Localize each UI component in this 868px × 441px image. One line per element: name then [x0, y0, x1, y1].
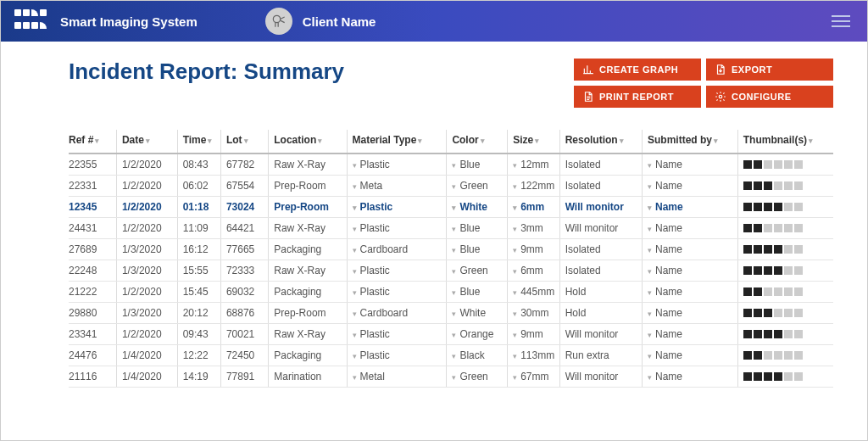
cell-material[interactable]: ▾Plastic: [347, 260, 447, 282]
print-report-button[interactable]: PRINT REPORT: [574, 86, 701, 108]
cell-location[interactable]: Raw X-Ray: [269, 218, 347, 239]
cell-location[interactable]: Prep-Room: [269, 303, 347, 324]
cell-size[interactable]: ▾12mm: [508, 154, 560, 176]
cell-color[interactable]: ▾Blue: [447, 282, 508, 303]
cell-color[interactable]: ▾Black: [447, 345, 508, 366]
cell-material[interactable]: ▾Metal: [347, 366, 447, 388]
cell-location[interactable]: Prep-Room: [269, 197, 347, 218]
cell-submitted[interactable]: ▾Name: [643, 282, 738, 303]
cell-resolution[interactable]: Will monitor: [559, 197, 642, 218]
cell-thumbs[interactable]: [737, 282, 833, 303]
col-color[interactable]: Color: [447, 130, 508, 154]
cell-material[interactable]: ▾Cardboard: [347, 239, 447, 260]
cell-resolution[interactable]: Isolated: [559, 260, 642, 282]
table-row[interactable]: 223311/2/202006:0267554Prep-Room▾Meta▾Gr…: [69, 176, 833, 197]
col-date[interactable]: Date: [116, 130, 177, 154]
cell-material[interactable]: ▾Plastic: [347, 154, 447, 176]
cell-material[interactable]: ▾Plastic: [347, 282, 447, 303]
table-row[interactable]: 244311/2/202011:0964421Raw X-Ray▾Plastic…: [69, 218, 833, 239]
cell-location[interactable]: Packaging: [269, 282, 347, 303]
cell-thumbs[interactable]: [737, 303, 833, 324]
cell-location[interactable]: Raw X-Ray: [269, 154, 347, 176]
col-size[interactable]: Size: [508, 130, 560, 154]
cell-thumbs[interactable]: [737, 176, 833, 197]
cell-color[interactable]: ▾Green: [447, 176, 508, 197]
cell-material[interactable]: ▾Plastic: [347, 218, 447, 239]
cell-resolution[interactable]: Hold: [559, 282, 642, 303]
cell-submitted[interactable]: ▾Name: [643, 197, 738, 218]
cell-size[interactable]: ▾67mm: [508, 366, 560, 388]
cell-thumbs[interactable]: [737, 324, 833, 345]
cell-thumbs[interactable]: [737, 218, 833, 239]
menu-icon[interactable]: [832, 15, 850, 27]
col-submitted[interactable]: Submitted by: [643, 130, 738, 154]
cell-color[interactable]: ▾White: [447, 197, 508, 218]
cell-size[interactable]: ▾30mm: [508, 303, 560, 324]
table-row[interactable]: 123451/2/202001:1873024Prep-Room▾Plastic…: [69, 197, 833, 218]
col-resolution[interactable]: Resolution: [559, 130, 642, 154]
cell-resolution[interactable]: Will monitor: [559, 366, 642, 388]
cell-material[interactable]: ▾Cardboard: [347, 303, 447, 324]
col-lot[interactable]: Lot: [220, 130, 268, 154]
cell-resolution[interactable]: Isolated: [559, 154, 642, 176]
cell-resolution[interactable]: Will monitor: [559, 218, 642, 239]
cell-color[interactable]: ▾Blue: [447, 239, 508, 260]
table-row[interactable]: 298801/3/202020:1268876Prep-Room▾Cardboa…: [69, 303, 833, 324]
cell-color[interactable]: ▾Blue: [447, 154, 508, 176]
cell-size[interactable]: ▾3mm: [508, 218, 560, 239]
cell-size[interactable]: ▾9mm: [508, 239, 560, 260]
cell-resolution[interactable]: Isolated: [559, 176, 642, 197]
cell-location[interactable]: Packaging: [269, 239, 347, 260]
cell-thumbs[interactable]: [737, 260, 833, 282]
cell-material[interactable]: ▾Plastic: [347, 324, 447, 345]
table-row[interactable]: 222481/3/202015:5572333Raw X-Ray▾Plastic…: [69, 260, 833, 282]
cell-color[interactable]: ▾Green: [447, 366, 508, 388]
cell-submitted[interactable]: ▾Name: [643, 324, 738, 345]
col-thumbs[interactable]: Thumbnail(s): [737, 130, 833, 154]
cell-submitted[interactable]: ▾Name: [643, 239, 738, 260]
cell-size[interactable]: ▾445mm: [508, 282, 560, 303]
cell-thumbs[interactable]: [737, 345, 833, 366]
cell-size[interactable]: ▾113mm: [508, 345, 560, 366]
configure-button[interactable]: CONFIGURE: [706, 86, 833, 108]
col-material[interactable]: Material Type: [347, 130, 447, 154]
cell-material[interactable]: ▾Meta: [347, 176, 447, 197]
create-graph-button[interactable]: CREATE GRAPH: [574, 59, 701, 81]
cell-color[interactable]: ▾Green: [447, 260, 508, 282]
cell-color[interactable]: ▾White: [447, 303, 508, 324]
col-ref[interactable]: Ref #: [69, 130, 116, 154]
cell-size[interactable]: ▾9mm: [508, 324, 560, 345]
cell-resolution[interactable]: Run extra: [559, 345, 642, 366]
table-row[interactable]: 276891/3/202016:1277665Packaging▾Cardboa…: [69, 239, 833, 260]
cell-resolution[interactable]: Will monitor: [559, 324, 642, 345]
cell-color[interactable]: ▾Blue: [447, 218, 508, 239]
cell-submitted[interactable]: ▾Name: [643, 366, 738, 388]
cell-thumbs[interactable]: [737, 239, 833, 260]
client-block[interactable]: Client Name: [265, 8, 376, 35]
cell-material[interactable]: ▾Plastic: [347, 345, 447, 366]
cell-thumbs[interactable]: [737, 154, 833, 176]
table-row[interactable]: 233411/2/202009:4370021Raw X-Ray▾Plastic…: [69, 324, 833, 345]
cell-submitted[interactable]: ▾Name: [643, 260, 738, 282]
cell-location[interactable]: Packaging: [269, 345, 347, 366]
col-time[interactable]: Time: [177, 130, 220, 154]
cell-location[interactable]: Raw X-Ray: [269, 324, 347, 345]
table-row[interactable]: 212221/2/202015:4569032Packaging▾Plastic…: [69, 282, 833, 303]
cell-submitted[interactable]: ▾Name: [643, 218, 738, 239]
cell-submitted[interactable]: ▾Name: [643, 176, 738, 197]
cell-material[interactable]: ▾Plastic: [347, 197, 447, 218]
cell-color[interactable]: ▾Orange: [447, 324, 508, 345]
cell-size[interactable]: ▾6mm: [508, 197, 560, 218]
cell-size[interactable]: ▾122mm: [508, 176, 560, 197]
table-row[interactable]: 244761/4/202012:2272450Packaging▾Plastic…: [69, 345, 833, 366]
cell-location[interactable]: Marination: [269, 366, 347, 388]
cell-size[interactable]: ▾6mm: [508, 260, 560, 282]
export-button[interactable]: EXPORT: [706, 59, 833, 81]
cell-thumbs[interactable]: [737, 366, 833, 388]
table-row[interactable]: 223551/2/202008:4367782Raw X-Ray▾Plastic…: [69, 154, 833, 176]
cell-submitted[interactable]: ▾Name: [643, 345, 738, 366]
cell-location[interactable]: Prep-Room: [269, 176, 347, 197]
cell-submitted[interactable]: ▾Name: [643, 303, 738, 324]
cell-resolution[interactable]: Isolated: [559, 239, 642, 260]
cell-submitted[interactable]: ▾Name: [643, 154, 738, 176]
